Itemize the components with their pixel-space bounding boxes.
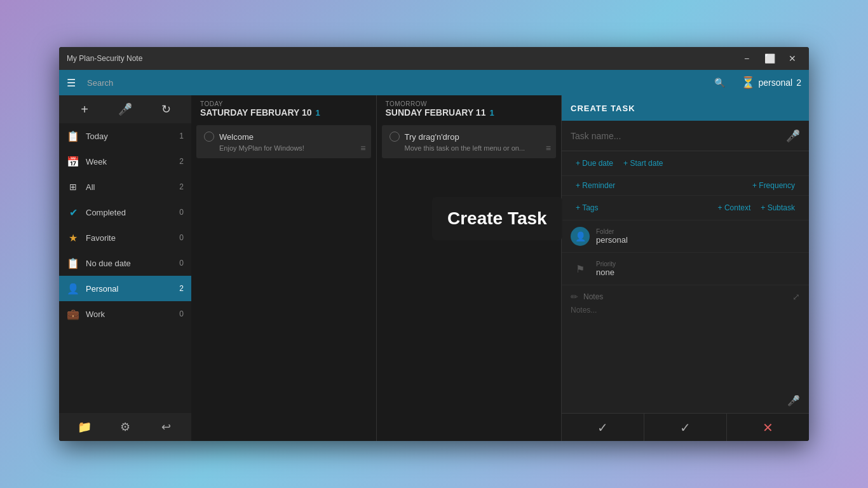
task-title: Welcome — [219, 132, 254, 142]
add-task-button[interactable]: + — [74, 99, 95, 119]
sidebar-label-favorite: Favorite — [86, 233, 173, 243]
sidebar-item-favorite[interactable]: ★ Favorite 0 — [59, 225, 191, 250]
sidebar-label-today: Today — [86, 132, 173, 141]
task-mic-icon[interactable]: 🎤 — [786, 129, 800, 143]
frequency-button[interactable]: + Frequency — [747, 179, 800, 193]
folder-icon: 📁 — [78, 420, 92, 434]
context-button[interactable]: + Context — [713, 201, 756, 215]
folder-row[interactable]: 👤 Folder personal — [562, 220, 809, 253]
sidebar-label-work: Work — [86, 309, 173, 319]
person-icon: 👤 — [575, 231, 586, 241]
tomorrow-date: SUNDAY FEBRUARY 11 1 — [386, 107, 553, 118]
sidebar-item-today[interactable]: 📋 Today 1 — [59, 123, 191, 149]
sidebar: + 🎤 ↻ 📋 Today 1 📅 Week — [59, 95, 191, 441]
expand-icon[interactable]: ⤢ — [792, 292, 800, 302]
undo-icon: ↩ — [161, 420, 171, 434]
today-date: SATURDAY FEBRUARY 10 1 — [200, 107, 367, 118]
sidebar-count-no-due-date: 0 — [179, 259, 184, 268]
today-column: Today SATURDAY FEBRUARY 10 1 Welcome — [191, 95, 377, 441]
sync-button[interactable]: ↻ — [156, 99, 176, 119]
task-desc: Enjoy MyPlan for Windows! — [219, 144, 363, 152]
task-header: Welcome — [204, 132, 363, 142]
notes-input[interactable] — [571, 306, 800, 395]
title-bar: My Plan-Security Note − ⬜ ✕ — [59, 47, 809, 70]
sidebar-count-completed: 0 — [179, 208, 184, 217]
task-header: Try drag'n'drop — [390, 132, 549, 142]
task-title: Try drag'n'drop — [405, 132, 459, 142]
create-task-title: CREATE TASK — [571, 104, 800, 113]
folder-field-value: personal — [596, 235, 800, 245]
header-folder[interactable]: ⏳ personal 2 — [741, 76, 802, 90]
tomorrow-count: 1 — [489, 108, 494, 118]
settings-button[interactable]: ⚙ — [115, 417, 135, 437]
mic-icon: 🎤 — [118, 102, 132, 116]
sidebar-label-all: All — [86, 182, 173, 192]
sidebar-toolbar: + 🎤 ↻ — [59, 95, 191, 123]
task-checkbox[interactable] — [390, 132, 400, 142]
create-task-tooltip: Create Task — [432, 197, 562, 240]
task-welcome[interactable]: Welcome Enjoy MyPlan for Windows! ≡ — [196, 125, 371, 158]
sidebar-label-no-due-date: No due date — [86, 259, 173, 268]
tomorrow-column: Tomorrow SUNDAY FEBRUARY 11 1 Try drag'n… — [377, 95, 562, 441]
header-folder-name: personal — [759, 78, 793, 88]
sidebar-item-all[interactable]: ⊞ All 2 — [59, 174, 191, 200]
sidebar-label-personal: Personal — [86, 284, 173, 294]
undo-button[interactable]: ↩ — [156, 417, 176, 437]
priority-field-label: Priority — [596, 261, 800, 268]
sidebar-item-completed[interactable]: ✔ Completed 0 — [59, 200, 191, 225]
sidebar-count-today: 1 — [179, 132, 184, 140]
sidebar-item-no-due-date[interactable]: 📋 No due date 0 — [59, 250, 191, 276]
task-menu-icon[interactable]: ≡ — [546, 143, 551, 153]
pencil-icon: ✏ — [571, 292, 578, 302]
app-window: My Plan-Security Note − ⬜ ✕ ☰ 🔍 ⏳ person… — [59, 47, 809, 441]
sidebar-label-completed: Completed — [86, 208, 173, 217]
search-input[interactable] — [87, 78, 709, 88]
today-count: 1 — [316, 108, 320, 118]
today-column-header: Today SATURDAY FEBRUARY 10 1 — [191, 95, 376, 121]
start-date-button[interactable]: + Start date — [618, 156, 668, 170]
hourglass-icon: ⏳ — [741, 76, 755, 90]
tags-row: + Tags + Context + Subtask — [562, 196, 809, 220]
header-folder-count: 2 — [796, 78, 801, 88]
sidebar-item-personal[interactable]: 👤 Personal 2 — [59, 276, 191, 301]
plus-icon: + — [81, 102, 88, 117]
priority-row[interactable]: ⚑ Priority none — [562, 253, 809, 285]
cancel-task-button[interactable]: ✕ — [727, 414, 809, 441]
minimize-button[interactable]: − — [738, 50, 756, 67]
task-menu-icon[interactable]: ≡ — [360, 143, 365, 153]
create-task-panel: CREATE TASK 🎤 + Due date + Start date + … — [561, 95, 809, 441]
voice-input-button[interactable]: 🎤 — [115, 99, 135, 119]
reminder-button[interactable]: + Reminder — [571, 179, 620, 193]
tags-button[interactable]: + Tags — [571, 201, 603, 215]
notes-label: Notes — [583, 292, 603, 301]
due-date-button[interactable]: + Due date — [571, 156, 618, 170]
sidebar-label-week: Week — [86, 157, 173, 166]
tomorrow-sub-label: Tomorrow — [386, 100, 553, 107]
hamburger-icon[interactable]: ☰ — [67, 77, 82, 89]
maximize-button[interactable]: ⬜ — [761, 50, 778, 67]
sidebar-items: 📋 Today 1 📅 Week 2 ⊞ All 2 — [59, 123, 191, 413]
date-row: + Due date + Start date — [562, 151, 809, 176]
close-button[interactable]: ✕ — [783, 50, 801, 67]
search-wrap — [87, 78, 709, 88]
completed-icon: ✔ — [67, 207, 79, 219]
save-task-button[interactable]: ✓ — [562, 414, 644, 441]
today-tasks: Welcome Enjoy MyPlan for Windows! ≡ — [191, 121, 376, 441]
subtask-button[interactable]: + Subtask — [756, 201, 800, 215]
new-folder-button[interactable]: 📁 — [74, 417, 95, 437]
notes-mic-icon[interactable]: 🎤 — [787, 395, 800, 407]
no-due-date-icon: 📋 — [67, 257, 79, 269]
task-name-input[interactable] — [571, 131, 786, 141]
sidebar-count-work: 0 — [179, 309, 184, 318]
sidebar-item-work[interactable]: 💼 Work 0 — [59, 301, 191, 327]
priority-field-value: none — [596, 268, 800, 277]
task-checkbox[interactable] — [204, 132, 214, 142]
priority-info: Priority none — [596, 261, 800, 277]
task-area: Today SATURDAY FEBRUARY 10 1 Welcome — [191, 95, 561, 441]
sidebar-item-week[interactable]: 📅 Week 2 — [59, 149, 191, 174]
save-close-button[interactable]: ✓ — [644, 414, 727, 441]
task-dragndrop[interactable]: Try drag'n'drop Move this task on the le… — [382, 125, 557, 158]
today-sub-label: Today — [200, 100, 367, 107]
priority-icon: ⚑ — [571, 259, 590, 278]
create-task-header: CREATE TASK — [562, 95, 809, 121]
